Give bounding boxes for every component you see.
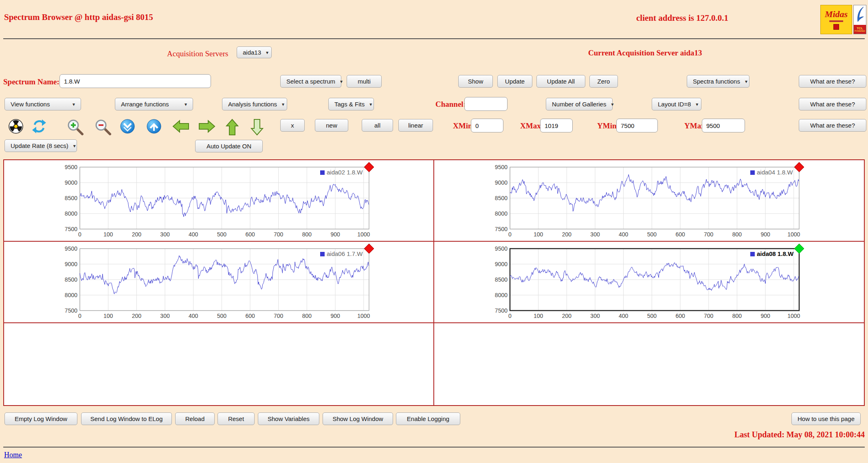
send-log-window-button[interactable]: Send Log Window to ELog (81, 412, 172, 425)
acquisition-server-select[interactable]: aida13 (237, 46, 272, 58)
what-are-these-button-3[interactable]: What are these? (799, 119, 866, 132)
zero-button[interactable]: Zero (589, 75, 618, 88)
multi-button[interactable]: multi (347, 75, 382, 88)
x-button[interactable]: x (280, 119, 305, 132)
what-are-these-button-2[interactable]: What are these? (799, 98, 866, 110)
linear-button[interactable]: linear (398, 119, 433, 132)
chart-cell[interactable]: 0100200300400500600700800900100075008000… (434, 242, 864, 323)
svg-text:aida04 1.8.W: aida04 1.8.W (757, 169, 793, 176)
pan-right-icon[interactable] (198, 118, 216, 134)
update-rate-dropdown[interactable]: Update Rate (8 secs) (4, 139, 77, 152)
layout-id-dropdown[interactable]: Layout ID=8 (652, 98, 701, 110)
tcl-logo-sub: POWERED (855, 30, 865, 32)
svg-text:900: 900 (330, 313, 340, 319)
spectrum-chart[interactable]: 0100200300400500600700800900100075008000… (61, 243, 379, 322)
page-title: Spectrum Browser @ http aidas-gsi 8015 (4, 12, 153, 22)
how-to-use-button[interactable]: How to use this page (791, 412, 861, 425)
auto-update-button[interactable]: Auto Update ON (195, 140, 263, 152)
chart-cell[interactable]: 0100200300400500600700800900100075008000… (434, 160, 864, 242)
view-functions-dropdown[interactable]: View functions (4, 98, 81, 110)
svg-text:300: 300 (160, 313, 170, 319)
new-button[interactable]: new (315, 119, 348, 132)
xmin-input[interactable] (471, 119, 503, 132)
radiation-icon[interactable] (8, 118, 24, 134)
tcl-powered-logo[interactable]: TCL POWERED (853, 5, 866, 34)
expand-y-icon[interactable] (146, 118, 162, 134)
svg-text:0: 0 (508, 313, 512, 319)
show-log-window-button[interactable]: Show Log Window (323, 412, 393, 425)
empty-log-window-button[interactable]: Empty Log Window (4, 412, 77, 425)
refresh-icon[interactable] (31, 118, 47, 134)
zoom-out-icon[interactable] (94, 118, 112, 135)
spectrum-chart[interactable]: 0100200300400500600700800900100075008000… (491, 243, 809, 322)
show-variables-button[interactable]: Show Variables (258, 412, 319, 425)
svg-text:500: 500 (647, 231, 657, 238)
midas-logo-box (833, 24, 839, 30)
svg-text:7500: 7500 (494, 226, 507, 232)
midas-logo-bar (829, 20, 843, 22)
svg-text:7500: 7500 (65, 307, 77, 314)
reset-button[interactable]: Reset (218, 412, 255, 425)
svg-text:300: 300 (160, 231, 170, 238)
svg-text:500: 500 (217, 313, 227, 319)
shrink-y-icon[interactable] (119, 118, 136, 134)
svg-text:800: 800 (302, 231, 312, 238)
update-button[interactable]: Update (497, 75, 532, 88)
svg-text:9500: 9500 (65, 245, 77, 252)
pan-left-icon[interactable] (172, 118, 190, 134)
svg-text:aida06 1.7.W: aida06 1.7.W (327, 250, 363, 257)
svg-text:400: 400 (189, 313, 198, 319)
svg-text:800: 800 (302, 313, 312, 319)
svg-text:aida08 1.8.W: aida08 1.8.W (757, 250, 794, 257)
current-server-label: Current Acquisition Server aida13 (588, 49, 702, 57)
ymin-input[interactable] (616, 119, 658, 132)
pan-down-icon[interactable] (249, 118, 265, 136)
svg-text:100: 100 (533, 231, 543, 238)
svg-text:0: 0 (78, 313, 81, 319)
pan-up-icon[interactable] (224, 118, 240, 136)
analysis-functions-label: Analysis functions (228, 101, 277, 108)
svg-text:8500: 8500 (65, 276, 77, 283)
svg-text:200: 200 (562, 231, 571, 238)
svg-text:0: 0 (78, 231, 81, 238)
xmax-input[interactable] (540, 119, 573, 132)
svg-text:300: 300 (590, 231, 600, 238)
zoom-in-icon[interactable] (66, 118, 84, 135)
svg-text:700: 700 (274, 313, 283, 319)
arrange-functions-dropdown[interactable]: Arrange functions (115, 98, 193, 110)
select-spectrum-dropdown[interactable]: Select a spectrum (280, 75, 341, 88)
spectra-functions-dropdown[interactable]: Spectra functions (687, 75, 749, 88)
spectrum-name-label: Spectrum Name: (3, 77, 59, 86)
reload-button[interactable]: Reload (175, 412, 215, 425)
enable-logging-button[interactable]: Enable Logging (396, 412, 460, 425)
spectrum-name-input[interactable] (59, 74, 211, 88)
svg-text:8000: 8000 (65, 210, 77, 217)
channel-input[interactable] (464, 97, 508, 111)
analysis-functions-dropdown[interactable]: Analysis functions (222, 98, 287, 110)
show-button[interactable]: Show (458, 75, 493, 88)
svg-text:900: 900 (760, 313, 770, 319)
chart-cell[interactable]: 0100200300400500600700800900100075008000… (4, 242, 434, 323)
all-button[interactable]: all (362, 119, 393, 132)
home-link[interactable]: Home (4, 451, 22, 459)
tags-fits-dropdown[interactable]: Tags & Fits (328, 98, 374, 110)
svg-text:700: 700 (274, 231, 283, 238)
ymax-input[interactable] (702, 119, 745, 132)
chart-cell[interactable] (434, 323, 864, 405)
acquisition-servers-label: Acquisition Servers (167, 49, 228, 58)
svg-text:8500: 8500 (494, 276, 507, 283)
update-all-button[interactable]: Update All (536, 75, 585, 88)
chart-cell[interactable]: 0100200300400500600700800900100075008000… (4, 160, 434, 242)
spectrum-chart[interactable]: 0100200300400500600700800900100075008000… (491, 161, 809, 240)
what-are-these-button-1[interactable]: What are these? (799, 75, 866, 88)
svg-text:1000: 1000 (787, 313, 800, 319)
svg-text:8500: 8500 (65, 195, 77, 201)
svg-text:300: 300 (590, 313, 600, 319)
svg-text:600: 600 (675, 231, 685, 238)
svg-text:600: 600 (675, 313, 685, 319)
number-of-galleries-dropdown[interactable]: Number of Galleries (546, 98, 613, 110)
svg-text:400: 400 (619, 313, 628, 319)
spectrum-chart[interactable]: 0100200300400500600700800900100075008000… (61, 161, 379, 240)
midas-logo[interactable]: Midas (820, 5, 852, 34)
chart-cell[interactable] (4, 323, 434, 405)
